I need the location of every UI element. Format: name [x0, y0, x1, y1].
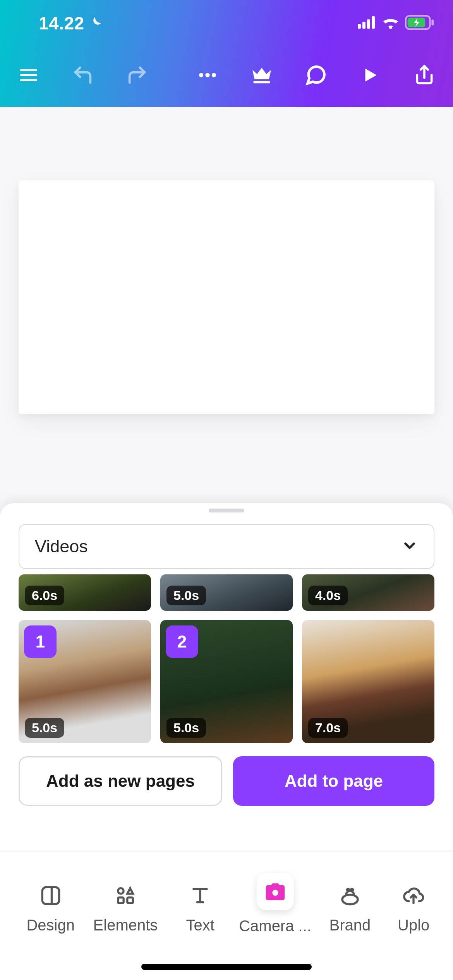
moon-icon — [88, 15, 103, 31]
selection-badge: 1 — [24, 625, 57, 658]
upload-cloud-icon — [400, 882, 427, 910]
video-duration: 4.0s — [308, 586, 348, 605]
sheet-handle[interactable] — [209, 509, 244, 512]
nav-camera-roll[interactable]: Camera ... — [238, 881, 312, 935]
undo-button[interactable] — [68, 60, 98, 90]
video-thumb[interactable]: 1 5.0s — [19, 620, 151, 743]
svg-rect-3 — [372, 16, 375, 29]
nav-label: Uplo — [398, 917, 429, 934]
video-thumb[interactable]: 6.0s — [19, 574, 151, 611]
svg-rect-1 — [362, 22, 365, 29]
app-header: 14.22 — [0, 0, 453, 107]
chevron-down-icon — [401, 537, 418, 556]
svg-point-11 — [199, 73, 203, 77]
action-row: Add as new pages Add to page — [19, 756, 434, 806]
home-indicator[interactable] — [141, 964, 312, 970]
crown-icon[interactable] — [247, 60, 276, 90]
canvas-area — [0, 107, 453, 509]
svg-rect-2 — [367, 19, 370, 29]
bottom-nav: Design Elements Text Camera ... — [0, 851, 453, 980]
status-time: 14.22 — [39, 13, 84, 34]
menu-button[interactable] — [14, 60, 43, 90]
media-sheet: Videos 6.0s 5.0s 4.0s 1 5.0s 2 5.0s 7.0s — [0, 503, 453, 980]
nav-brand[interactable]: Brand — [312, 882, 387, 934]
video-thumb[interactable]: 7.0s — [302, 620, 434, 743]
nav-elements[interactable]: Elements — [88, 882, 163, 934]
svg-point-24 — [272, 889, 278, 895]
camera-icon — [257, 873, 294, 910]
comment-button[interactable] — [301, 60, 331, 90]
svg-point-17 — [118, 888, 124, 894]
design-icon — [37, 882, 65, 910]
add-as-new-pages-button[interactable]: Add as new pages — [19, 756, 222, 806]
video-duration: 5.0s — [25, 718, 64, 738]
svg-point-26 — [347, 889, 349, 891]
video-thumb[interactable]: 4.0s — [302, 574, 434, 611]
nav-uploads[interactable]: Uplo — [387, 882, 439, 934]
selection-badge: 2 — [166, 625, 198, 658]
media-type-dropdown[interactable]: Videos — [19, 524, 434, 569]
svg-rect-0 — [358, 24, 361, 29]
svg-rect-19 — [118, 897, 124, 903]
video-duration: 5.0s — [166, 718, 206, 738]
svg-rect-7 — [431, 19, 434, 25]
svg-marker-18 — [127, 888, 133, 894]
video-grid: 6.0s 5.0s 4.0s 1 5.0s 2 5.0s 7.0s — [19, 574, 434, 743]
nav-label: Design — [26, 917, 75, 934]
share-button[interactable] — [410, 60, 439, 90]
redo-button[interactable] — [122, 60, 152, 90]
wifi-icon — [382, 16, 400, 31]
video-duration: 5.0s — [166, 586, 206, 605]
svg-point-13 — [212, 73, 216, 77]
add-to-page-button[interactable]: Add to page — [233, 756, 434, 806]
nav-design[interactable]: Design — [13, 882, 88, 934]
svg-point-27 — [351, 889, 353, 891]
nav-text[interactable]: Text — [163, 882, 238, 934]
nav-label: Text — [186, 917, 214, 934]
video-thumb[interactable]: 5.0s — [160, 574, 293, 611]
button-label: Add as new pages — [46, 771, 195, 791]
status-bar: 14.22 — [0, 0, 453, 46]
button-label: Add to page — [285, 771, 383, 791]
svg-rect-20 — [127, 897, 133, 903]
dropdown-label: Videos — [35, 536, 88, 557]
svg-point-4 — [389, 26, 392, 29]
text-icon — [186, 882, 214, 910]
nav-label: Camera ... — [239, 917, 311, 935]
more-button[interactable] — [193, 60, 222, 90]
elements-icon — [112, 882, 139, 910]
video-thumb[interactable]: 2 5.0s — [160, 620, 293, 743]
svg-point-12 — [205, 73, 209, 77]
video-duration: 7.0s — [308, 718, 348, 738]
top-toolbar — [0, 46, 453, 107]
nav-label: Elements — [93, 917, 158, 934]
nav-label: Brand — [329, 917, 371, 934]
design-canvas[interactable] — [19, 180, 434, 414]
cellular-icon — [358, 16, 376, 31]
battery-charging-icon — [405, 15, 434, 31]
brand-icon — [336, 882, 364, 910]
svg-point-25 — [342, 894, 358, 904]
video-duration: 6.0s — [25, 586, 64, 605]
play-button[interactable] — [355, 60, 385, 90]
